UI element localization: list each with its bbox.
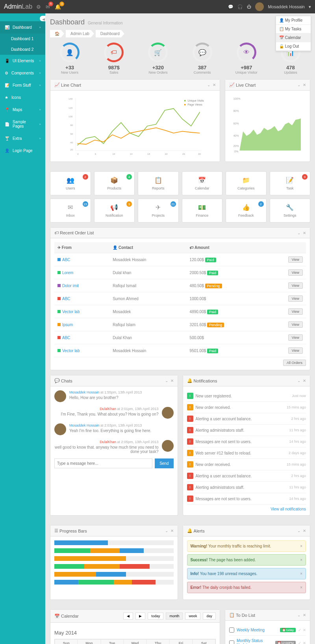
tile-projects[interactable]: ✈Projects21	[138, 199, 179, 223]
dd-calendar[interactable]: 📅 Calendar	[276, 33, 311, 42]
bc-home[interactable]: 🏠	[50, 30, 64, 37]
nav-ui[interactable]: 📱UI Elements›	[0, 55, 45, 67]
nav-dashboard-1[interactable]: Dashboard 1	[0, 33, 45, 44]
line-chart: ■ Unique Visits ■ Page Views 14012010080…	[50, 91, 220, 161]
nav-dashboard[interactable]: 📊Dashboard›	[0, 21, 45, 33]
tile-users[interactable]: 👥Users2	[50, 171, 91, 195]
notification-item[interactable]: !New user registered.Just now	[187, 390, 306, 402]
edit-icon[interactable]: ✓	[298, 641, 301, 644]
view-button[interactable]: View	[288, 334, 303, 341]
bell-icon[interactable]: 🔔3	[55, 4, 61, 10]
view-button[interactable]: View	[288, 295, 303, 302]
notification-item[interactable]: !Web server #12 failed to reload.2 days …	[187, 447, 306, 459]
close-icon[interactable]: ×	[300, 544, 302, 548]
alert: Success! The page has been added.×	[187, 554, 306, 566]
sidebar-toggle[interactable]: ◀	[40, 16, 45, 21]
nav-maps[interactable]: 📍Maps›	[0, 104, 45, 116]
tile-products[interactable]: 📦Products4	[94, 171, 135, 195]
table-row: Dolor imitRafiqul Ismail480.50$ PendingV…	[54, 279, 306, 292]
nav-dashboard-2[interactable]: Dashboard 2	[0, 44, 45, 55]
delete-icon[interactable]: ✕	[303, 641, 306, 644]
avatar	[162, 440, 174, 452]
svg-text:80%: 80%	[233, 109, 239, 113]
dashboard-icon: 📊	[5, 25, 9, 30]
tile-task[interactable]: 📝Task9	[270, 171, 311, 195]
view-button[interactable]: View	[288, 321, 303, 328]
stat-1: 🏷987$Sales	[94, 43, 133, 74]
bell-badge: 3	[59, 2, 64, 6]
username[interactable]: Mosaddek Hossain	[268, 4, 305, 9]
close-icon[interactable]: ×	[300, 572, 302, 576]
caret-down-icon[interactable]: ▾	[309, 4, 311, 9]
todo-checkbox[interactable]	[229, 627, 234, 633]
nav-icons[interactable]: ★Icons	[0, 91, 45, 104]
cal-prev[interactable]: ◀	[123, 612, 133, 620]
tile-inbox[interactable]: ✉Inbox15	[50, 199, 91, 223]
svg-text:0%: 0%	[234, 150, 239, 153]
tile-calendar[interactable]: 📅Calendar	[182, 171, 223, 195]
dd-logout[interactable]: 🔓 Log Out	[276, 42, 311, 51]
headset-icon[interactable]: 🎧	[237, 4, 243, 9]
cal-week[interactable]: week	[185, 612, 200, 620]
svg-text:■: ■	[184, 99, 185, 102]
todo-checkbox[interactable]	[229, 640, 234, 644]
delete-icon[interactable]: ✕	[303, 628, 306, 632]
notification-item[interactable]: !Alerting a user account balance.2 hrs a…	[187, 470, 306, 482]
view-button[interactable]: View	[288, 308, 303, 315]
chat-input[interactable]	[54, 458, 152, 468]
send-button[interactable]: Send	[155, 458, 173, 468]
nav-sample[interactable]: 📄Sample Pages›	[0, 116, 45, 132]
view-button[interactable]: View	[288, 256, 303, 263]
svg-text:10: 10	[112, 152, 115, 155]
chat-icon[interactable]: 💬	[228, 4, 233, 9]
power-icon[interactable]: ⏻	[247, 4, 251, 9]
calendar-grid[interactable]: SunMonTueWedThuFriSat272829301All Day Ev…	[54, 639, 216, 644]
notification-item[interactable]: !Alerting administrators staff.11 hrs ag…	[187, 425, 306, 436]
cal-month[interactable]: month	[166, 612, 183, 620]
avatar[interactable]	[255, 2, 264, 11]
notification-item[interactable]: !Messages are not sent to users.14 hrs a…	[187, 493, 306, 505]
view-button[interactable]: View	[288, 282, 303, 289]
stat-2: 🛒+320New Orders	[138, 43, 178, 74]
todo-item: Weekly Meeting⏰today✓✕	[229, 625, 306, 636]
avatar	[162, 407, 174, 419]
bc-2[interactable]: Dashboard	[96, 30, 124, 37]
tile-feedback[interactable]: 👍Feedback2	[226, 199, 267, 223]
close-icon[interactable]: ×	[300, 558, 302, 562]
nav-login[interactable]: 👤Login Page	[0, 145, 45, 157]
tile-notification[interactable]: 📢Notification3	[94, 199, 135, 223]
notification-item[interactable]: !New order received.15 mins ago	[187, 459, 306, 470]
nav-extra[interactable]: 🍸Extra›	[0, 132, 45, 145]
cal-today[interactable]: today	[148, 612, 163, 620]
close-icon[interactable]: ✕	[213, 83, 216, 87]
nav-components[interactable]: ⚙Components›	[0, 67, 45, 79]
collapse-icon[interactable]: ⌄	[207, 83, 210, 87]
notification-item[interactable]: !Alerting administrators staff.11 hrs ag…	[187, 482, 306, 493]
all-orders-button[interactable]: All Orders	[283, 360, 306, 366]
view-button[interactable]: View	[288, 269, 303, 276]
notification-item[interactable]: !Alerting a user account balance.2 hrs a…	[187, 413, 306, 425]
view-button[interactable]: View	[288, 347, 303, 354]
tile-settings[interactable]: 🔧Settings	[270, 199, 311, 223]
tile-finance[interactable]: 💵Finance	[182, 199, 223, 223]
gear-icon[interactable]: ⚙	[36, 4, 41, 10]
nav-form[interactable]: 📝Form Stuff›	[0, 79, 45, 91]
cal-day[interactable]: day	[203, 612, 216, 620]
mail-icon[interactable]: ✉5	[46, 4, 50, 10]
notification-item[interactable]: !New order received.15 mins ago	[187, 402, 306, 413]
table-row: ABCDulal Khan500.00$ View	[54, 331, 306, 344]
dd-tasks[interactable]: 📋 My Tasks	[276, 25, 311, 33]
close-icon[interactable]: ×	[300, 585, 302, 590]
logo[interactable]: AdminLab	[4, 3, 32, 10]
edit-icon[interactable]: ✓	[298, 628, 301, 632]
cal-next[interactable]: ▶	[135, 612, 145, 620]
svg-text:■: ■	[184, 103, 185, 106]
table-row: ABCMosaddek Hossain120.00$ PaidView	[54, 253, 306, 266]
tile-categories[interactable]: 📁Categories	[226, 171, 267, 195]
tile-reports[interactable]: 📋Reports	[138, 171, 179, 195]
notification-item[interactable]: !Messages are not sent to users.14 hrs a…	[187, 436, 306, 447]
view-all-notifications[interactable]: View all notifications	[187, 505, 306, 511]
svg-text:2: 2	[77, 152, 79, 155]
bc-1[interactable]: Admin Lab	[66, 30, 94, 37]
dd-profile[interactable]: 👤 My Profile	[276, 16, 311, 25]
